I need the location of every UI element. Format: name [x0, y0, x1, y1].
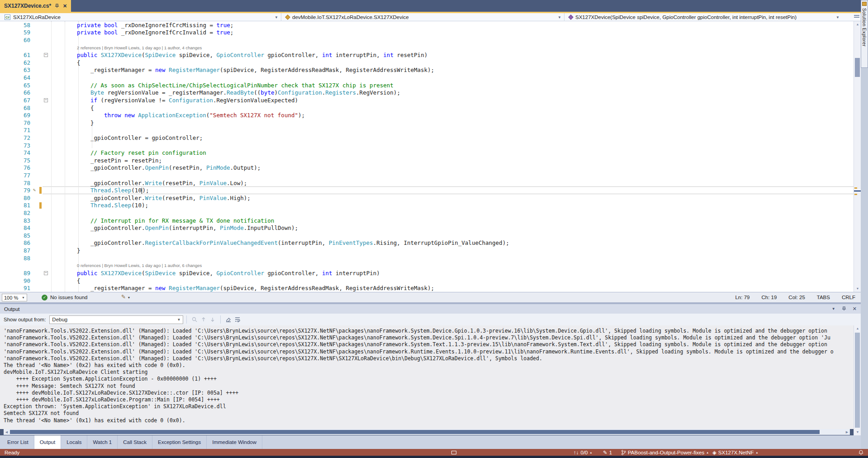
- issues-status-label[interactable]: No issues found: [50, 295, 87, 300]
- project-dropdown[interactable]: C# SX127XLoRaDevice ▼: [2, 13, 281, 21]
- glyph-margin[interactable]: [33, 262, 43, 270]
- glyph-margin[interactable]: [33, 81, 43, 89]
- panel-tab-exception-settings[interactable]: Exception Settings: [152, 435, 207, 449]
- scrollbar-thumb[interactable]: [855, 333, 860, 428]
- glyph-margin[interactable]: [33, 134, 43, 142]
- glyph-margin[interactable]: [33, 89, 43, 96]
- code-line[interactable]: 74// Factory reset pin configuration: [0, 149, 854, 157]
- code-line[interactable]: 90{: [0, 277, 854, 285]
- outline-margin[interactable]: [43, 74, 50, 81]
- outline-margin[interactable]: [43, 36, 50, 44]
- code-line[interactable]: 61–public SX127XDevice(SpiDevice spiDevi…: [0, 51, 854, 59]
- code-line[interactable]: 69throw new ApplicationException("Semtec…: [0, 111, 854, 119]
- code-line[interactable]: 63_registerManager = new RegisterManager…: [0, 67, 854, 74]
- outline-margin[interactable]: [43, 157, 50, 164]
- clear-all-icon[interactable]: [224, 315, 233, 324]
- outline-margin[interactable]: [43, 224, 50, 232]
- background-tasks-icon[interactable]: [451, 449, 456, 456]
- outline-margin[interactable]: [43, 217, 50, 224]
- toggle-word-wrap-icon[interactable]: [233, 315, 242, 324]
- code-line[interactable]: 76_gpioController.OpenPin(resetPin, PinM…: [0, 164, 854, 172]
- document-tab[interactable]: SX127XDevice.cs* ✕: [0, 0, 71, 12]
- code-line[interactable]: 72_gpioController = gpioController;: [0, 134, 854, 142]
- outline-margin[interactable]: [43, 209, 50, 217]
- line-number[interactable]: 89: [0, 270, 33, 277]
- line-number[interactable]: 85: [0, 232, 33, 239]
- branch-button[interactable]: PABoost-and-Output-Power-fixes ▲: [621, 449, 709, 456]
- panel-tab-watch-1[interactable]: Watch 1: [87, 435, 118, 449]
- code-cleanup-pen-icon[interactable]: ✎ ▼: [121, 294, 130, 300]
- code-line[interactable]: 58private bool _rxDoneIgnoreIfCrcMissing…: [0, 21, 854, 29]
- line-number[interactable]: 60: [0, 37, 33, 43]
- glyph-margin[interactable]: [33, 284, 43, 292]
- line-number[interactable]: 78: [0, 180, 33, 186]
- outline-margin[interactable]: [43, 44, 50, 52]
- scrollbar-thumb[interactable]: [855, 58, 860, 77]
- output-vertical-scrollbar[interactable]: ▲ ▼: [854, 325, 861, 435]
- code-line[interactable]: 84_gpioController.OpenPin(interruptPin, …: [0, 224, 854, 232]
- line-ending-indicator[interactable]: CRLF: [842, 295, 855, 300]
- outline-margin[interactable]: [43, 21, 50, 29]
- line-number[interactable]: 63: [0, 67, 33, 73]
- code-line[interactable]: 85: [0, 232, 854, 239]
- close-icon[interactable]: ✕: [63, 3, 67, 9]
- code-line[interactable]: 75_resetPin = resetPin;: [0, 157, 854, 164]
- glyph-margin[interactable]: [33, 269, 43, 277]
- line-number[interactable]: 83: [0, 217, 33, 224]
- outline-margin[interactable]: [43, 89, 50, 96]
- scroll-left-arrow-icon[interactable]: ◀: [4, 429, 9, 435]
- line-number[interactable]: 87: [0, 247, 33, 254]
- outline-margin[interactable]: [43, 254, 50, 262]
- line-number[interactable]: 82: [0, 210, 33, 216]
- glyph-margin[interactable]: [33, 67, 43, 74]
- glyph-margin[interactable]: [33, 36, 43, 44]
- editor-split-handle[interactable]: [854, 14, 860, 19]
- code-line[interactable]: 82: [0, 209, 854, 217]
- scroll-down-arrow-icon[interactable]: ▼: [854, 286, 861, 292]
- scroll-right-arrow-icon[interactable]: ▶: [844, 429, 850, 435]
- glyph-margin[interactable]: [33, 247, 43, 254]
- outline-margin[interactable]: [43, 232, 50, 239]
- line-number[interactable]: 90: [0, 277, 33, 284]
- code-line[interactable]: 68{: [0, 104, 854, 112]
- code-line[interactable]: 81Thread.Sleep(10);: [0, 202, 854, 210]
- code-line[interactable]: 60: [0, 36, 854, 44]
- panel-tab-output[interactable]: Output: [34, 435, 62, 449]
- line-number[interactable]: 59: [0, 29, 33, 36]
- code-line[interactable]: 73: [0, 142, 854, 149]
- collapse-region-icon[interactable]: –: [44, 53, 48, 57]
- line-number[interactable]: 58: [0, 22, 33, 29]
- code-line[interactable]: 64: [0, 74, 854, 81]
- glyph-margin[interactable]: [33, 21, 43, 29]
- line-number[interactable]: 75: [0, 157, 33, 164]
- line-number[interactable]: 80: [0, 195, 33, 201]
- code-line[interactable]: 59private bool _rxDoneIgnoreIfCrcInvalid…: [0, 29, 854, 37]
- glyph-margin[interactable]: [33, 59, 43, 67]
- outline-margin[interactable]: [43, 247, 50, 254]
- outline-margin[interactable]: [43, 142, 50, 149]
- collapse-region-icon[interactable]: –: [44, 271, 48, 275]
- line-number[interactable]: 76: [0, 164, 33, 171]
- glyph-margin[interactable]: [33, 96, 43, 104]
- code-line[interactable]: 83// Interrupt pin for RX message & TX d…: [0, 217, 854, 224]
- glyph-margin[interactable]: [33, 104, 43, 112]
- go-to-previous-message-icon[interactable]: [199, 315, 208, 324]
- glyph-margin[interactable]: [33, 149, 43, 157]
- line-number[interactable]: 64: [0, 74, 33, 81]
- line-number[interactable]: 74: [0, 149, 33, 156]
- output-horizontal-scrollbar[interactable]: ◀ ▶: [4, 429, 850, 435]
- code-line[interactable]: 87}: [0, 247, 854, 254]
- glyph-margin[interactable]: [33, 44, 43, 52]
- panel-tab-immediate-window[interactable]: Immediate Window: [207, 435, 262, 449]
- outline-margin[interactable]: [43, 104, 50, 112]
- panel-tab-locals[interactable]: Locals: [61, 435, 87, 449]
- outline-margin[interactable]: [43, 284, 50, 292]
- line-number[interactable]: 61: [0, 52, 33, 58]
- outline-margin[interactable]: [43, 262, 50, 270]
- code-line[interactable]: 89–public SX127XDevice(SpiDevice spiDevi…: [0, 269, 854, 277]
- outline-margin[interactable]: [43, 149, 50, 157]
- outline-margin[interactable]: [43, 172, 50, 179]
- outline-margin[interactable]: [43, 127, 50, 134]
- scroll-up-arrow-icon[interactable]: ▲: [854, 21, 861, 28]
- outline-margin[interactable]: [43, 119, 50, 127]
